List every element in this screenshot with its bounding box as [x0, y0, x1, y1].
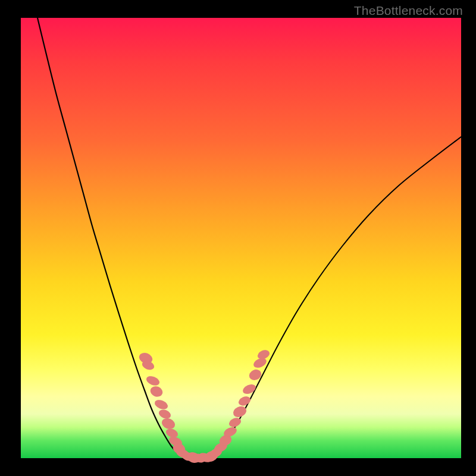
dotted-left-dot	[158, 408, 173, 421]
dotted-left-dot	[149, 384, 164, 399]
dotted-left-dot	[154, 398, 170, 411]
dotted-left-dot	[145, 374, 161, 387]
chart-svg	[21, 18, 461, 458]
dotted-left-dot	[160, 416, 177, 431]
dotted-right-dot	[231, 405, 248, 419]
dots-group	[137, 348, 271, 465]
chart-frame: TheBottleneck.com	[0, 0, 476, 476]
curve-right-branch	[211, 137, 461, 456]
plot-area	[21, 18, 461, 458]
dotted-right-dot	[237, 394, 252, 407]
watermark-text: TheBottleneck.com	[354, 4, 463, 18]
dotted-right-dot	[242, 383, 258, 396]
